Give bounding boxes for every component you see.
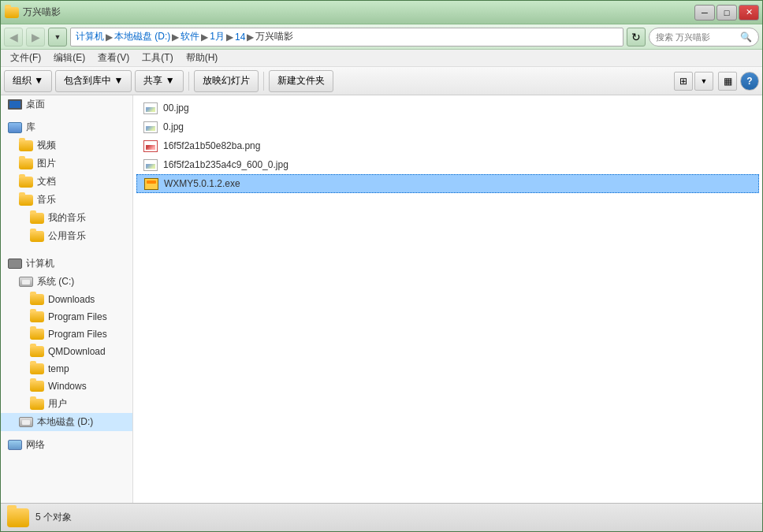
sidebar-label-music: 音乐 <box>37 193 56 206</box>
breadcrumb-month[interactable]: 1月 <box>210 30 225 43</box>
temp-icon <box>29 363 45 375</box>
sidebar-item-library[interactable]: 库 <box>1 118 132 136</box>
new-folder-button[interactable]: 新建文件夹 <box>269 70 333 92</box>
title-bar-left: 万兴喵影 <box>4 6 61 19</box>
sidebar-item-network[interactable]: 网络 <box>1 436 132 454</box>
desktop-icon <box>7 99 23 111</box>
toolbar: 组织 ▼ 包含到库中 ▼ 共享 ▼ 放映幻灯片 新建文件夹 ⊞ ▼ ▦ ? <box>1 67 762 95</box>
sidebar-label-desktop: 桌面 <box>26 98 45 111</box>
my-music-icon <box>29 212 45 225</box>
organize-button[interactable]: 组织 ▼ <box>4 70 52 92</box>
sidebar-item-drive-d[interactable]: 本地磁盘 (D:) <box>1 413 132 431</box>
sidebar-label-program-files: Program Files <box>48 311 107 322</box>
breadcrumb[interactable]: 计算机 ▶ 本地磁盘 (D:) ▶ 软件 ▶ 1月 ▶ 14 ▶ 万兴喵影 <box>70 28 623 47</box>
main-content: 桌面 库 视频 <box>1 95 762 503</box>
sidebar-label-qmdownload: QMDownload <box>48 346 106 357</box>
sidebar-label-library: 库 <box>26 121 35 134</box>
menu-tools[interactable]: 工具(T) <box>136 50 179 66</box>
file-item-5[interactable]: WXMY5.0.1.2.exe <box>136 174 759 193</box>
sidebar-item-windows[interactable]: Windows <box>1 378 132 395</box>
sidebar-label-drive-c: 系统 (C:) <box>37 275 74 288</box>
preview-pane-button[interactable]: ▦ <box>718 72 737 91</box>
sidebar-item-temp[interactable]: temp <box>1 360 132 378</box>
sidebar-item-drive-c[interactable]: 系统 (C:) <box>1 273 132 291</box>
sidebar-item-program-files[interactable]: Program Files <box>1 308 132 326</box>
file-item-2[interactable]: 0.jpg <box>136 117 759 136</box>
file-name-1: 00.jpg <box>163 102 189 113</box>
view-dropdown-button[interactable]: ▼ <box>694 72 713 91</box>
slideshow-button[interactable]: 放映幻灯片 <box>194 70 259 92</box>
sidebar-item-music[interactable]: 音乐 <box>1 191 132 209</box>
breadcrumb-drive[interactable]: 本地磁盘 (D:) <box>114 30 170 43</box>
dropdown-button[interactable]: ▼ <box>48 28 67 47</box>
title-controls: ─ □ ✕ <box>694 5 759 20</box>
file-icon-1 <box>143 102 158 114</box>
library-icon <box>7 121 23 134</box>
drive-c-icon <box>18 276 34 288</box>
forward-button[interactable]: ▶ <box>26 28 45 47</box>
include-library-button[interactable]: 包含到库中 ▼ <box>55 70 132 92</box>
menu-bar: 文件(F) 编辑(E) 查看(V) 工具(T) 帮助(H) <box>1 50 762 67</box>
back-button[interactable]: ◀ <box>4 28 23 47</box>
close-button[interactable]: ✕ <box>739 5 759 20</box>
computer-icon <box>7 258 23 270</box>
file-name-5: WXMY5.0.1.2.exe <box>164 178 240 189</box>
sidebar-item-qmdownload[interactable]: QMDownload <box>1 343 132 360</box>
file-item-4[interactable]: 16f5f2a1b235a4c9_600_0.jpg <box>136 155 759 174</box>
refresh-button[interactable]: ↻ <box>627 28 646 47</box>
windows-icon <box>29 380 45 392</box>
program-files-x86-icon <box>29 328 45 340</box>
sidebar-item-program-files-x86[interactable]: Program Files <box>1 326 132 343</box>
file-icon-4 <box>143 158 158 171</box>
sidebar-label-my-music: 我的音乐 <box>48 211 86 225</box>
file-icon-2 <box>143 121 158 133</box>
menu-help[interactable]: 帮助(H) <box>180 50 225 66</box>
sidebar-item-video[interactable]: 视频 <box>1 136 132 154</box>
minimize-button[interactable]: ─ <box>694 5 715 20</box>
sidebar-label-drive-d: 本地磁盘 (D:) <box>37 415 93 429</box>
file-name-2: 0.jpg <box>163 121 184 132</box>
drive-d-icon <box>18 416 34 429</box>
menu-edit[interactable]: 编辑(E) <box>47 50 91 66</box>
file-item-1[interactable]: 00.jpg <box>136 99 759 117</box>
window: 万兴喵影 ─ □ ✕ ◀ ▶ ▼ 计算机 ▶ 本地磁盘 (D:) ▶ 软件 ▶ … <box>0 0 763 532</box>
sidebar-label-users: 用户 <box>48 397 67 411</box>
sidebar-item-computer[interactable]: 计算机 <box>1 255 132 273</box>
sidebar-item-downloads[interactable]: Downloads <box>1 291 132 308</box>
file-item-3[interactable]: 16f5f2a1b50e82ba.png <box>136 136 759 155</box>
sidebar-item-users[interactable]: 用户 <box>1 395 132 413</box>
sidebar-item-desktop[interactable]: 桌面 <box>1 95 132 113</box>
breadcrumb-software[interactable]: 软件 <box>181 30 199 43</box>
image-icon <box>18 158 34 170</box>
file-icon-3 <box>143 140 158 152</box>
sidebar-item-image[interactable]: 图片 <box>1 154 132 173</box>
menu-file[interactable]: 文件(F) <box>4 50 47 66</box>
video-icon <box>18 140 34 152</box>
sidebar-label-downloads: Downloads <box>48 294 95 305</box>
breadcrumb-current: 万兴喵影 <box>255 30 293 43</box>
window-title: 万兴喵影 <box>23 6 61 19</box>
sidebar-label-network: 网络 <box>26 438 45 452</box>
view-buttons: ⊞ ▼ <box>674 72 713 91</box>
breadcrumb-day[interactable]: 14 <box>235 32 245 43</box>
file-icon-5 <box>143 177 159 190</box>
status-count: 5 个对象 <box>35 511 72 524</box>
search-input[interactable] <box>656 32 737 42</box>
share-button[interactable]: 共享 ▼ <box>135 70 183 92</box>
maximize-button[interactable]: □ <box>716 5 737 20</box>
help-button[interactable]: ? <box>740 72 759 91</box>
sidebar: 桌面 库 视频 <box>1 95 133 503</box>
sidebar-label-public-music: 公用音乐 <box>48 229 86 243</box>
public-music-icon <box>29 230 45 243</box>
sidebar-item-document[interactable]: 文档 <box>1 173 132 191</box>
sidebar-label-temp: temp <box>48 363 69 374</box>
sidebar-item-public-music[interactable]: 公用音乐 <box>1 227 132 245</box>
search-bar[interactable]: 🔍 <box>649 28 759 47</box>
menu-view[interactable]: 查看(V) <box>91 50 136 66</box>
view-mode-button[interactable]: ⊞ <box>674 72 693 91</box>
sidebar-item-my-music[interactable]: 我的音乐 <box>1 209 132 227</box>
sidebar-label-video: 视频 <box>37 139 56 152</box>
qmdownload-icon <box>29 345 45 358</box>
sidebar-label-image: 图片 <box>37 157 56 170</box>
breadcrumb-computer[interactable]: 计算机 <box>76 30 104 43</box>
